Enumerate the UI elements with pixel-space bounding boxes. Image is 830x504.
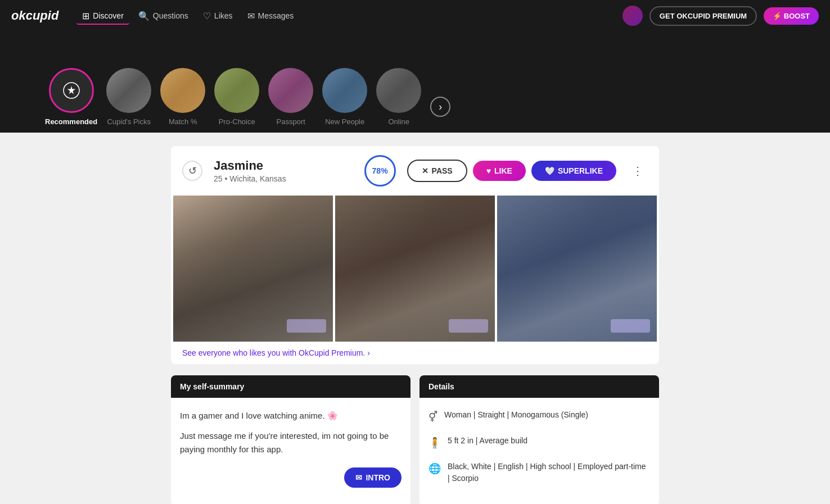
category-match[interactable]: Match % xyxy=(160,68,205,133)
self-summary-header: My self-summary xyxy=(171,375,411,398)
self-summary-text-1: Im a gamer and I love watching anime. 🌸 xyxy=(180,409,402,423)
profile-name: Jasmine xyxy=(214,158,353,173)
pro-choice-image xyxy=(214,68,259,113)
match-image xyxy=(160,68,205,113)
profile-header: ↺ Jasmine 25 • Wichita, Kansas 78% ✕ PAS… xyxy=(171,146,659,196)
recommended-label: Recommended xyxy=(45,117,97,126)
detail-height: 🧍 5 ft 2 in | Average build xyxy=(428,435,650,451)
pass-x-icon: ✕ xyxy=(422,166,428,175)
action-buttons: ✕ PASS ♥ LIKE 🤍 SUPERLIKE xyxy=(407,160,616,182)
nav-links: ⊞ Discover 🔍 Questions ♡ Likes ✉ Message… xyxy=(76,7,609,25)
user-avatar[interactable] xyxy=(622,6,643,26)
profile-photo-1[interactable] xyxy=(173,196,333,342)
main-content: ↺ Jasmine 25 • Wichita, Kansas 78% ✕ PAS… xyxy=(162,146,668,504)
like-heart-icon: ♥ xyxy=(486,166,491,175)
new-people-image xyxy=(322,68,367,113)
height-icon: 🧍 xyxy=(428,435,441,451)
photo-2-blur xyxy=(449,319,488,333)
message-icon: ✉ xyxy=(247,11,255,21)
premium-upsell-link[interactable]: See everyone who likes you with OkCupid … xyxy=(171,342,659,364)
passport-image xyxy=(268,68,313,113)
superlike-button[interactable]: 🤍 SUPERLIKE xyxy=(531,161,616,181)
cupids-picks-image xyxy=(106,68,151,113)
boost-button[interactable]: ⚡ BOOST xyxy=(764,7,819,25)
cupids-picks-label: Cupid's Picks xyxy=(107,117,151,126)
nav-discover[interactable]: ⊞ Discover xyxy=(76,7,129,25)
self-summary-card: My self-summary Im a gamer and I love wa… xyxy=(171,375,411,504)
category-next-button[interactable]: › xyxy=(430,97,450,117)
profile-photo-3[interactable] xyxy=(497,196,657,342)
profile-sections: My self-summary Im a gamer and I love wa… xyxy=(171,375,659,504)
intro-message-icon: ✉ xyxy=(355,473,362,482)
pro-choice-label: Pro-Choice xyxy=(219,117,255,126)
photos-grid xyxy=(171,196,659,342)
self-summary-body: Im a gamer and I love watching anime. 🌸 … xyxy=(171,398,411,474)
category-online[interactable]: Online xyxy=(376,68,421,133)
heart-icon: ♡ xyxy=(203,11,211,21)
globe-icon: 🌐 xyxy=(428,461,441,476)
profile-card: ↺ Jasmine 25 • Wichita, Kansas 78% ✕ PAS… xyxy=(171,146,659,364)
recommended-icon xyxy=(49,68,94,113)
search-icon: 🔍 xyxy=(138,11,150,21)
undo-button[interactable]: ↺ xyxy=(182,161,202,181)
profile-info: Jasmine 25 • Wichita, Kansas xyxy=(214,158,353,183)
online-label: Online xyxy=(388,117,409,126)
match-label: Match % xyxy=(169,117,197,126)
pass-button[interactable]: ✕ PASS xyxy=(407,160,467,182)
details-card: Details ⚥ Woman | Straight | Monogamous … xyxy=(419,375,659,504)
nav-likes[interactable]: ♡ Likes xyxy=(197,7,238,25)
category-new-people[interactable]: New People xyxy=(322,68,367,133)
premium-button[interactable]: GET OKCUPID PREMIUM xyxy=(649,6,757,26)
detail-ethnicity: 🌐 Black, White | English | High school |… xyxy=(428,461,650,484)
superlike-icon: 🤍 xyxy=(545,166,554,175)
online-image xyxy=(376,68,421,113)
details-header: Details xyxy=(419,375,659,398)
nav-messages[interactable]: ✉ Messages xyxy=(242,7,300,25)
like-button[interactable]: ♥ LIKE xyxy=(473,161,526,181)
profile-age-location: 25 • Wichita, Kansas xyxy=(214,174,353,183)
category-recommended[interactable]: Recommended xyxy=(45,68,97,133)
category-pro-choice[interactable]: Pro-Choice xyxy=(214,68,259,133)
details-body: ⚥ Woman | Straight | Monogamous (Single)… xyxy=(419,398,659,504)
discover-icon: ⊞ xyxy=(82,11,89,21)
profile-photo-2[interactable] xyxy=(335,196,495,342)
nav-right: GET OKCUPID PREMIUM ⚡ BOOST xyxy=(622,6,819,26)
nav-questions[interactable]: 🔍 Questions xyxy=(133,7,194,25)
intro-button[interactable]: ✉ INTRO xyxy=(344,467,402,488)
more-options-button[interactable]: ⋮ xyxy=(628,162,648,180)
category-cupids-picks[interactable]: Cupid's Picks xyxy=(106,68,151,133)
top-navigation: okcupid ⊞ Discover 🔍 Questions ♡ Likes ✉… xyxy=(0,0,830,31)
photo-1-blur xyxy=(287,319,326,333)
photo-3-blur xyxy=(611,319,650,333)
gender-icon: ⚥ xyxy=(428,410,437,425)
category-passport[interactable]: Passport xyxy=(268,68,313,133)
category-bar: Recommended Cupid's Picks Match % Pro-Ch… xyxy=(0,31,830,133)
passport-label: Passport xyxy=(277,117,305,126)
self-summary-text-2: Just message me if you're interested, im… xyxy=(180,429,402,456)
detail-gender: ⚥ Woman | Straight | Monogamous (Single) xyxy=(428,409,650,425)
app-logo: okcupid xyxy=(11,8,58,23)
match-percentage: 78% xyxy=(364,155,396,187)
new-people-label: New People xyxy=(325,117,364,126)
